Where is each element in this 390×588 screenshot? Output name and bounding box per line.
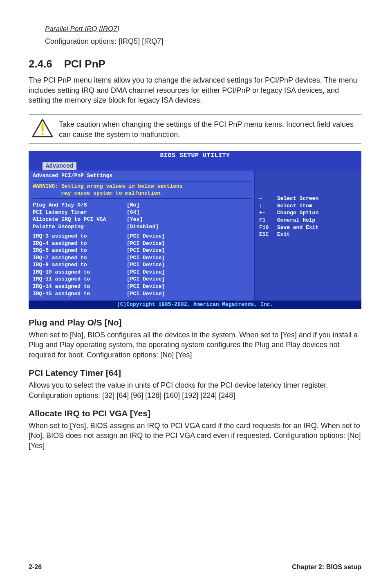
- bios-setting-key: IRQ-7 assigned to: [33, 254, 127, 262]
- section-2-4-6-heading: 2.4.6 PCI PnP: [29, 57, 361, 71]
- bios-setting-key: IRQ-4 assigned to: [33, 240, 127, 247]
- chapter-label: Chapter 2: BIOS setup: [292, 563, 361, 572]
- sub-heading-pci-latency: PCI Latency Timer [64]: [29, 367, 361, 379]
- bios-setting-value[interactable]: [PCI Device]: [127, 262, 165, 268]
- bios-setting-row[interactable]: IRQ-9 assigned to[PCI Device]: [33, 261, 252, 269]
- bios-help-line: F10 Save and Exit: [259, 224, 357, 231]
- bios-setting-value[interactable]: [PCI Device]: [127, 255, 165, 261]
- caution-text: Take caution when changing the settings …: [59, 119, 359, 139]
- bios-help-key: ESC: [259, 231, 274, 238]
- bios-setting-row[interactable]: IRQ-5 assigned to[PCI Device]: [33, 247, 252, 254]
- bios-help-line: +- Change Option: [259, 209, 357, 217]
- bios-warning: WARNING: Setting wrong values in below s…: [33, 181, 252, 199]
- bios-setting-row[interactable]: IRQ-3 assigned to[PCI Device]: [33, 233, 252, 240]
- bios-left-panel: Advanced PCI/PnP Settings WARNING: Setti…: [29, 171, 255, 301]
- bios-setting-row[interactable]: PCI Latency Timer[64]: [33, 209, 252, 216]
- bios-help-key: ←: [259, 195, 274, 202]
- bios-help-line: ↑↓ Select Item: [259, 202, 357, 210]
- bios-setting-value[interactable]: [PCI Device]: [127, 276, 165, 282]
- bios-warning-line1: WARNING: Setting wrong values in below s…: [33, 183, 252, 190]
- bios-header: BIOS SETUP UTILITY: [29, 151, 361, 160]
- bios-setting-value[interactable]: [PCI Device]: [127, 283, 165, 290]
- bios-setting-key: IRQ-3 assigned to: [33, 233, 127, 240]
- bios-help-label: Exit: [274, 231, 290, 238]
- bios-setting-key: IRQ-14 assigned to: [33, 283, 127, 290]
- bios-help-label: Select Screen: [274, 195, 318, 202]
- parallel-port-heading: Parallel Port IRQ [IRQ7]: [45, 25, 361, 34]
- bios-tab-advanced[interactable]: Advanced: [43, 162, 76, 170]
- bios-setting-key: IRQ-11 assigned to: [33, 276, 127, 283]
- bios-help-key: F1: [259, 217, 274, 224]
- bios-tab-row: Advanced: [29, 160, 361, 171]
- bios-setting-key: PCI Latency Timer: [33, 209, 127, 216]
- page-number: 2-26: [29, 563, 42, 572]
- bios-help-panel: ← Select Screen↑↓ Select Item+- Change O…: [255, 171, 361, 301]
- caution-note: Take caution when changing the settings …: [29, 114, 361, 144]
- bios-setting-key: Plug And Play O/S: [33, 202, 127, 209]
- bios-setting-row[interactable]: IRQ-4 assigned to[PCI Device]: [33, 240, 252, 247]
- bios-screenshot: BIOS SETUP UTILITY Advanced Advanced PCI…: [29, 151, 361, 309]
- bios-setting-row[interactable]: IRQ-10 assigned to[PCI Device]: [33, 269, 252, 276]
- bios-panel-title: Advanced PCI/PnP Settings: [33, 172, 252, 180]
- bios-setting-key: IRQ-5 assigned to: [33, 247, 127, 254]
- bios-footer: (C)Copyright 1985-2002, American Megatre…: [29, 301, 361, 309]
- bios-help-label: Change Option: [274, 210, 318, 216]
- bios-help-label: Save and Exit: [274, 224, 318, 231]
- sub-heading-plug-and-play: Plug and Play O/S [No]: [29, 317, 361, 328]
- sub-heading-allocate-irq: Allocate IRQ to PCI VGA [Yes]: [29, 408, 361, 419]
- bios-setting-row[interactable]: Plug And Play O/S[No]: [33, 202, 252, 209]
- bios-setting-value[interactable]: [PCI Device]: [127, 233, 165, 239]
- bios-help-key: F10: [259, 224, 274, 231]
- bios-help-line: ESC Exit: [259, 231, 357, 238]
- bios-setting-value[interactable]: [Yes]: [127, 216, 143, 222]
- bios-setting-value[interactable]: [Disabled]: [127, 224, 159, 230]
- bios-setting-value[interactable]: [PCI Device]: [127, 269, 165, 275]
- parallel-port-options: Configuration options: [IRQ5] [IRQ7]: [45, 36, 361, 46]
- caution-icon: [32, 119, 53, 137]
- sub-para-pci-latency: Allows you to select the value in units …: [29, 380, 361, 400]
- bios-body: Advanced PCI/PnP Settings WARNING: Setti…: [29, 171, 361, 301]
- bios-setting-row[interactable]: Palette Snooping[Disabled]: [33, 223, 252, 231]
- bios-setting-key: IRQ-9 assigned to: [33, 261, 127, 269]
- bios-setting-key: Palette Snooping: [33, 223, 127, 231]
- bios-help-key: ↑↓: [259, 202, 274, 210]
- bios-setting-value[interactable]: [64]: [127, 209, 139, 215]
- bios-setting-row[interactable]: IRQ-11 assigned to[PCI Device]: [33, 276, 252, 283]
- bios-setting-key: IRQ-10 assigned to: [33, 269, 127, 276]
- bios-setting-value[interactable]: [PCI Device]: [127, 247, 165, 254]
- bios-setting-row[interactable]: IRQ-15 assigned to[PCI Device]: [33, 290, 252, 298]
- sub-para-plug-and-play: When set to [No], BIOS configures all th…: [29, 330, 361, 360]
- bios-setting-key: IRQ-15 assigned to: [33, 290, 127, 298]
- section-number: 2.4.6: [29, 58, 52, 70]
- bios-setting-value[interactable]: [No]: [127, 202, 139, 208]
- bios-help-line: ← Select Screen: [259, 195, 357, 202]
- bios-warning-line2: may cause system to malfunction.: [33, 190, 252, 197]
- bios-help-key: +-: [259, 209, 274, 217]
- bios-setting-row[interactable]: IRQ-14 assigned to[PCI Device]: [33, 283, 252, 290]
- bios-help-label: General Help: [274, 217, 315, 223]
- bios-setting-value[interactable]: [PCI Device]: [127, 291, 165, 297]
- svg-point-2: [41, 133, 43, 135]
- page-footer: 2-26 Chapter 2: BIOS setup: [29, 560, 361, 572]
- bios-setting-value[interactable]: [PCI Device]: [127, 240, 165, 247]
- bios-setting-key: Allocate IRQ to PCI VGA: [33, 216, 127, 223]
- bios-setting-row[interactable]: Allocate IRQ to PCI VGA[Yes]: [33, 216, 252, 223]
- section-paragraph: The PCI PnP menu items allow you to chan…: [29, 75, 361, 105]
- bios-setting-row[interactable]: IRQ-7 assigned to[PCI Device]: [33, 254, 252, 262]
- section-title: PCI PnP: [64, 58, 105, 70]
- bios-help-label: Select Item: [274, 203, 312, 209]
- sub-para-allocate-irq: When set to [Yes], BIOS assigns an IRQ t…: [29, 421, 361, 451]
- bios-help-line: F1 General Help: [259, 217, 357, 224]
